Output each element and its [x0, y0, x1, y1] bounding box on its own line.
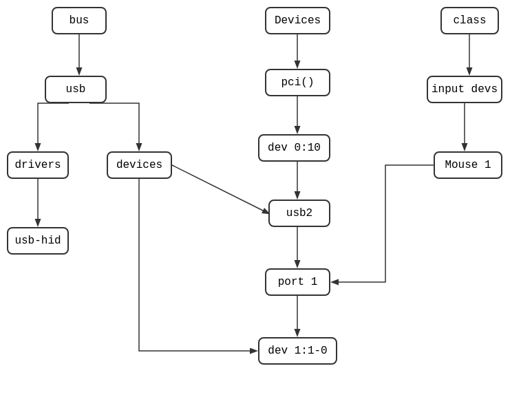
node-dev010: dev 0:10 [258, 134, 330, 162]
node-class: class [440, 7, 499, 34]
node-usb-hid: usb-hid [7, 227, 69, 255]
node-bus: bus [52, 7, 107, 34]
diagram-container: bus usb drivers devices usb-hid Devices … [0, 0, 532, 419]
node-usb2: usb2 [268, 200, 330, 227]
node-pci: pci() [265, 69, 330, 96]
node-dev110: dev 1:1-0 [258, 337, 337, 365]
node-drivers: drivers [7, 151, 69, 179]
node-usb: usb [45, 76, 107, 103]
node-devices: devices [107, 151, 172, 179]
node-mouse1: Mouse 1 [434, 151, 502, 179]
node-port1: port 1 [265, 268, 330, 296]
node-inputdevs: input devs [427, 76, 502, 103]
node-Devices: Devices [265, 7, 330, 34]
